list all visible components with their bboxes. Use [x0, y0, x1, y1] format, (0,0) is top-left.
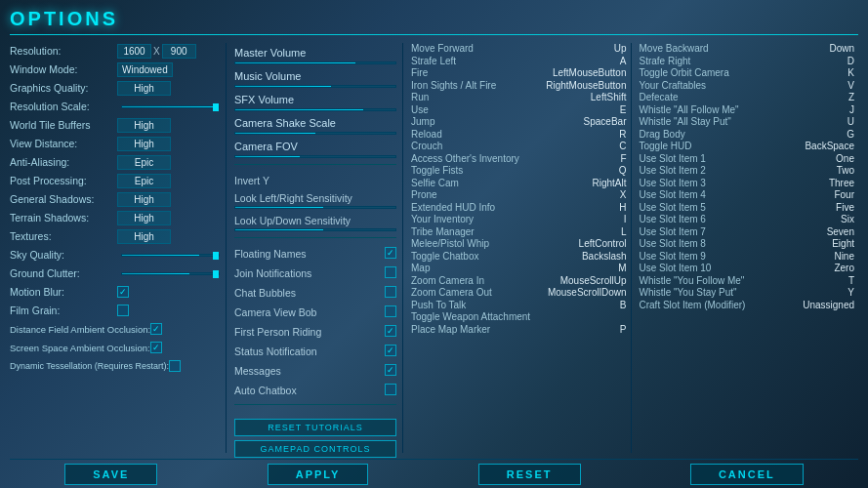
- keybind-row[interactable]: ProneX: [407, 189, 631, 200]
- status-notification-checkbox[interactable]: ✓: [385, 345, 396, 356]
- keybind-row[interactable]: Extended HUD InfoH: [407, 202, 631, 213]
- textures-value[interactable]: High: [117, 229, 171, 244]
- keybind-row[interactable]: Use Slot Item 2Two: [636, 165, 859, 176]
- keybind-row[interactable]: Iron Sights / Alt FireRightMouseButton: [407, 80, 631, 91]
- auto-chatbox-checkbox[interactable]: [385, 384, 396, 395]
- first-person-riding-checkbox[interactable]: ✓: [385, 325, 396, 337]
- post-processing-value[interactable]: Epic: [117, 174, 171, 188]
- keybind-row[interactable]: Whistle "All Follow Me"J: [636, 104, 859, 115]
- anti-aliasing-value[interactable]: Epic: [117, 155, 171, 170]
- resolution-w[interactable]: 1600: [117, 44, 151, 59]
- keybind-row[interactable]: Use Slot Item 1One: [636, 153, 859, 164]
- keybind-row[interactable]: Move BackwardDown: [636, 43, 859, 54]
- graphics-quality-value[interactable]: High: [117, 81, 171, 96]
- floating-names-checkbox[interactable]: ✓: [385, 247, 396, 259]
- keybind-row[interactable]: DefecateZ: [636, 92, 859, 102]
- distance-field-ao-checkbox[interactable]: ✓: [150, 323, 162, 335]
- keybind-row[interactable]: Your CraftablesV: [636, 80, 859, 91]
- world-tile-value[interactable]: High: [117, 118, 171, 133]
- camera-fov-slider[interactable]: [234, 155, 396, 158]
- view-distance-value[interactable]: High: [117, 137, 171, 151]
- keybind-key: Two: [796, 165, 854, 176]
- resolution-scale-slider[interactable]: [121, 105, 220, 108]
- keybind-row[interactable]: Use Slot Item 10Zero: [636, 263, 859, 273]
- keybind-action: Drag Body: [640, 129, 797, 140]
- keybind-row[interactable]: Strafe LeftA: [407, 56, 631, 66]
- keybind-row[interactable]: Whistle "You Follow Me"T: [636, 275, 859, 286]
- keybind-row[interactable]: Whistle "All Stay Put"U: [636, 116, 859, 127]
- chat-bubbles-checkbox[interactable]: [385, 286, 396, 298]
- keybind-row[interactable]: Your InventoryI: [407, 214, 631, 224]
- screen-space-ao-checkbox[interactable]: ✓: [150, 342, 162, 353]
- resolution-h[interactable]: 900: [162, 44, 196, 59]
- keybind-row[interactable]: Zoom Camera InMouseScrollUp: [407, 275, 631, 286]
- messages-checkbox[interactable]: ✓: [385, 364, 396, 376]
- keybind-row[interactable]: Access Other's InventoryF: [407, 153, 631, 164]
- keybind-row[interactable]: Craft Slot Item (Modifier)Unassigned: [636, 300, 859, 310]
- keybind-row[interactable]: Toggle FistsQ: [407, 165, 631, 176]
- keybind-row[interactable]: RunLeftShift: [407, 92, 631, 102]
- keybind-row[interactable]: Use Slot Item 6Six: [636, 214, 859, 224]
- keybind-row[interactable]: Whistle "You Stay Put"Y: [636, 287, 859, 298]
- keybind-row[interactable]: JumpSpaceBar: [407, 116, 631, 127]
- sky-quality-slider[interactable]: [121, 254, 220, 257]
- keybind-row[interactable]: ReloadR: [407, 129, 631, 140]
- sfx-volume-slider[interactable]: [234, 108, 396, 111]
- general-shadows-value[interactable]: High: [117, 192, 171, 207]
- reset-tutorials-button[interactable]: RESET TUTORIALS: [234, 419, 396, 436]
- keybind-action: Use: [411, 104, 568, 115]
- keybind-row[interactable]: Drag BodyG: [636, 129, 859, 140]
- music-volume-slider[interactable]: [234, 85, 396, 88]
- keybind-row[interactable]: Toggle HUDBackSpace: [636, 141, 859, 151]
- camera-shake-slider[interactable]: [234, 132, 396, 135]
- gamepad-controls-button[interactable]: GAMEPAD CONTROLS: [234, 440, 396, 458]
- keybind-key: Seven: [796, 226, 854, 237]
- keybind-row[interactable]: Use Slot Item 3Three: [636, 178, 859, 188]
- keybind-action: Iron Sights / Alt Fire: [411, 80, 546, 91]
- apply-button[interactable]: APPLY: [268, 464, 369, 485]
- keybind-row[interactable]: Tribe ManagerL: [407, 226, 631, 237]
- keybind-key: T: [796, 275, 854, 286]
- join-notifications-checkbox[interactable]: [385, 266, 396, 278]
- camera-view-bob-checkbox[interactable]: [385, 305, 396, 317]
- keybind-row[interactable]: FireLeftMouseButton: [407, 67, 631, 78]
- keybind-row[interactable]: Use Slot Item 9Nine: [636, 251, 859, 262]
- keybind-row[interactable]: Zoom Camera OutMouseScrollDown: [407, 287, 631, 298]
- keybind-row[interactable]: Melee/Pistol WhipLeftControl: [407, 238, 631, 249]
- keybind-row[interactable]: Use Slot Item 7Seven: [636, 226, 859, 237]
- keybind-row[interactable]: Use Slot Item 8Eight: [636, 238, 859, 249]
- keybind-action: Reload: [411, 129, 568, 140]
- keybind-row[interactable]: CrouchC: [407, 141, 631, 151]
- terrain-shadows-value[interactable]: High: [117, 211, 171, 225]
- keybind-row[interactable]: MapM: [407, 263, 631, 273]
- keybind-row[interactable]: Use Slot Item 5Five: [636, 202, 859, 213]
- look-ud-slider[interactable]: [234, 228, 396, 231]
- look-lr-slider[interactable]: [234, 206, 396, 209]
- bottom-bar: SAVE APPLY RESET CANCEL: [10, 459, 858, 485]
- keybind-action: Your Inventory: [411, 214, 568, 224]
- keybind-row[interactable]: Use Slot Item 4Four: [636, 189, 859, 200]
- keybind-row[interactable]: Move ForwardUp: [407, 43, 631, 54]
- keybind-row[interactable]: Push To TalkB: [407, 300, 631, 310]
- film-grain-checkbox[interactable]: [117, 305, 129, 316]
- keybind-action: Use Slot Item 7: [640, 226, 797, 237]
- window-mode-value[interactable]: Windowed: [117, 62, 173, 77]
- dynamic-tessellation-checkbox[interactable]: [169, 360, 181, 372]
- keybind-row[interactable]: Toggle Orbit CameraK: [636, 67, 859, 78]
- keybind-row[interactable]: Place Map MarkerP: [407, 324, 631, 335]
- keybind-row[interactable]: Toggle ChatboxBackslash: [407, 251, 631, 262]
- keybind-row[interactable]: Selfie CamRightAlt: [407, 178, 631, 188]
- cancel-button[interactable]: CANCEL: [690, 464, 804, 485]
- keybind-row[interactable]: UseE: [407, 104, 631, 115]
- keybind-row[interactable]: Strafe RightD: [636, 56, 859, 66]
- master-volume-slider[interactable]: [234, 61, 396, 64]
- keybind-key: P: [568, 324, 627, 335]
- ground-clutter-slider[interactable]: [121, 272, 220, 275]
- save-button[interactable]: SAVE: [64, 464, 157, 485]
- reset-button[interactable]: RESET: [478, 464, 581, 485]
- motion-blur-checkbox[interactable]: ✓: [117, 286, 129, 298]
- messages-row: Messages ✓: [234, 361, 396, 379]
- keybind-action: Whistle "All Follow Me": [640, 104, 797, 115]
- keybind-key: LeftControl: [568, 238, 627, 249]
- keybind-row[interactable]: Toggle Weapon Attachment: [407, 311, 631, 322]
